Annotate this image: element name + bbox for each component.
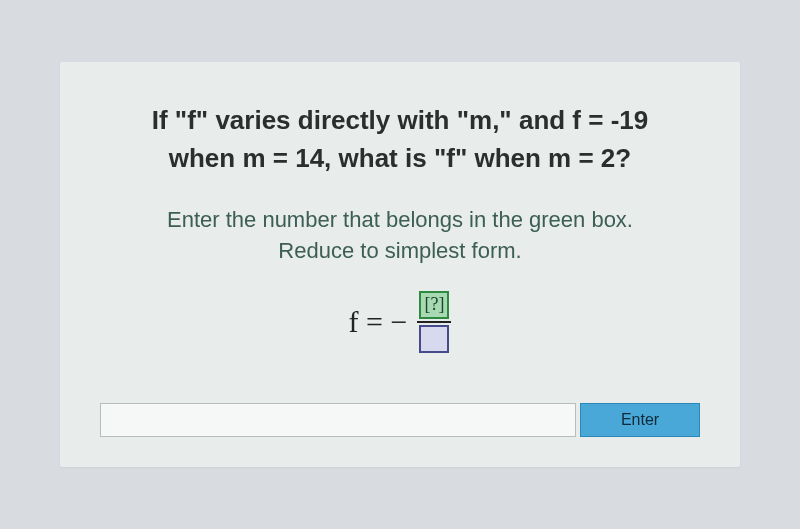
question-text: If "f" varies directly with "m," and f =… (100, 102, 700, 177)
fraction-bar (417, 321, 451, 323)
answer-row: Enter (100, 403, 700, 437)
enter-button[interactable]: Enter (580, 403, 700, 437)
question-line-1: If "f" varies directly with "m," and f =… (152, 105, 649, 135)
denominator-box[interactable] (419, 325, 449, 353)
instruction-line-2: Reduce to simplest form. (278, 238, 521, 263)
numerator-placeholder: [?] (424, 294, 444, 315)
numerator-box[interactable]: [?] (419, 291, 449, 319)
equation: f = − [?] (100, 291, 700, 353)
fraction: [?] (417, 291, 451, 353)
instruction-text: Enter the number that belongs in the gre… (100, 205, 700, 267)
question-line-2: when m = 14, what is "f" when m = 2? (169, 143, 631, 173)
answer-input[interactable] (100, 403, 576, 437)
problem-card: If "f" varies directly with "m," and f =… (60, 62, 740, 467)
equation-lhs: f = − (349, 305, 408, 339)
instruction-line-1: Enter the number that belongs in the gre… (167, 207, 633, 232)
